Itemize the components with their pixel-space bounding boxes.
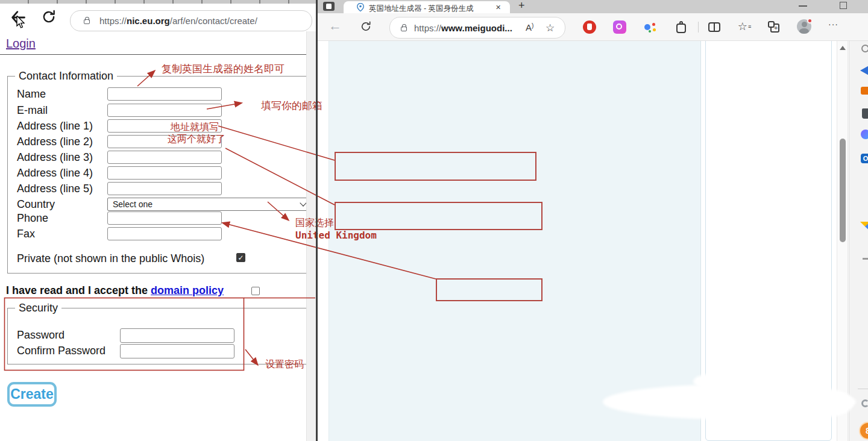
annotation-country-hint: 国家选择 <box>295 217 334 230</box>
field-label-address4: Address (line 4) <box>17 167 93 180</box>
left-toolbar: https://nic.eu.org/arf/en/contact/create… <box>0 4 316 31</box>
url-host: www.meiguodi... <box>441 23 512 33</box>
profile-panel <box>329 41 701 441</box>
notification-dot <box>807 18 813 23</box>
annotation-address-hint: 这两个就好了 <box>168 133 225 146</box>
confirm-password-input[interactable] <box>120 344 234 358</box>
divider-rule <box>0 54 316 55</box>
domain-policy-link[interactable]: domain policy <box>151 284 224 296</box>
shopping-icon[interactable] <box>861 87 868 95</box>
password-input[interactable] <box>120 328 234 343</box>
split-screen-icon[interactable] <box>706 19 722 35</box>
drop-icon[interactable] <box>860 65 868 76</box>
page-scrollbar-track[interactable] <box>837 41 848 441</box>
search-icon[interactable] <box>861 45 868 52</box>
address5-input[interactable] <box>107 182 222 195</box>
maximize-icon[interactable] <box>840 2 847 9</box>
policy-line: I have read and I accept the domain poli… <box>6 284 224 297</box>
tab-title: 英国地址生成器 - 英国身份生成 <box>369 4 489 14</box>
erased-watermark <box>693 374 737 389</box>
field-label-address1: Address (line 1) <box>17 120 93 133</box>
designer-icon[interactable] <box>861 130 868 139</box>
highlight-box-street <box>335 152 536 181</box>
url-host: nic.eu.org <box>127 16 170 26</box>
field-label-fax: Fax <box>17 228 35 240</box>
address3-input[interactable] <box>107 151 222 164</box>
annotation-country-value: United Kingdom <box>295 230 377 241</box>
url-scheme: https:// <box>99 16 127 26</box>
settings-menu-icon[interactable]: ··· <box>828 19 838 29</box>
drop-invite-icon[interactable] <box>860 222 868 231</box>
phone-input[interactable] <box>107 211 222 225</box>
confirm-password-label: Confirm Password <box>17 345 105 357</box>
right-titlebar: 英国地址生成器 - 英国身份生成 ✕ + <box>318 0 868 13</box>
field-label-address2: Address (line 2) <box>17 136 93 148</box>
chevron-down-icon <box>300 199 306 206</box>
address-bar[interactable]: https://nic.eu.org/arf/en/contact/create… <box>70 10 312 31</box>
profile-avatar[interactable] <box>796 19 812 34</box>
browser-tab[interactable]: 英国地址生成器 - 英国身份生成 ✕ <box>344 1 510 13</box>
history-icon[interactable] <box>861 399 868 407</box>
field-label-address5: Address (line 5) <box>17 183 93 195</box>
annotation-address-hint: 地址就填写 <box>171 121 219 134</box>
tab-close-icon[interactable]: ✕ <box>495 4 501 11</box>
name-input[interactable] <box>107 87 222 101</box>
highlight-box-city <box>335 202 542 230</box>
address4-input[interactable] <box>107 166 222 180</box>
policy-text: I have read and I accept the <box>6 284 151 296</box>
lock-icon <box>401 27 407 31</box>
url-path: /arf/en/contact/create/ <box>170 16 257 26</box>
scrollbar-thumb[interactable] <box>840 139 846 242</box>
annotation-copy-name: 复制英国生成器的姓名即可 <box>162 62 285 76</box>
extensions-puzzle-icon[interactable] <box>673 19 689 35</box>
tab-actions-icon[interactable] <box>323 2 335 11</box>
fax-input[interactable] <box>107 227 222 240</box>
collections-icon[interactable]: + <box>766 19 782 35</box>
rewards-badge[interactable]: 8 <box>859 422 868 440</box>
toolbar-divider <box>698 22 699 33</box>
chatgpt-extension-icon[interactable] <box>612 19 627 35</box>
favorite-star-icon[interactable]: ☆ <box>546 22 555 34</box>
policy-checkbox[interactable] <box>251 287 260 295</box>
highlight-box-phone <box>436 278 542 301</box>
field-label-name: Name <box>17 88 46 101</box>
security-legend: Security <box>15 302 61 314</box>
screen: https://nic.eu.org/arf/en/contact/create… <box>0 0 868 441</box>
address-bar[interactable]: https://www.meiguodi... A) ☆ <box>389 17 565 39</box>
create-button[interactable]: Create <box>7 382 57 407</box>
back-icon-disabled: ← <box>329 18 342 34</box>
favorites-bar-icon[interactable]: ☆≡ <box>737 19 752 34</box>
new-tab-icon[interactable]: + <box>518 0 525 12</box>
annotation-set-password: 设置密码 <box>265 358 304 371</box>
email-input[interactable] <box>107 104 222 117</box>
url-text[interactable]: https://www.meiguodi... <box>414 23 512 33</box>
password-label: Password <box>17 329 64 342</box>
edge-sidebar-strip: O 8 <box>849 13 868 441</box>
outlook-icon[interactable]: O <box>861 154 868 163</box>
country-select[interactable]: Select one <box>107 198 311 211</box>
scroll-up-icon[interactable] <box>840 46 846 50</box>
refresh-icon[interactable] <box>41 9 57 25</box>
field-label-email: E-mail <box>17 104 48 117</box>
annotation-fill-email: 填写你的邮箱 <box>261 99 322 113</box>
tools-icon[interactable] <box>862 108 868 119</box>
right-toolbar: ← https://www.meiguodi... A) ☆ <box>318 13 868 41</box>
strip-divider <box>858 389 868 389</box>
read-aloud-icon[interactable]: A) <box>526 22 533 33</box>
field-label-address3: Address (line 3) <box>17 151 93 164</box>
collapsed-icon[interactable] <box>863 258 868 260</box>
private-checkbox[interactable]: ✓ <box>236 253 245 262</box>
login-link[interactable]: Login <box>6 37 36 51</box>
map-pin-icon <box>357 3 364 11</box>
minimize-icon[interactable] <box>799 5 807 7</box>
contact-legend: Contact Information <box>15 70 117 83</box>
erased-watermark <box>802 389 854 417</box>
lock-icon <box>84 19 90 24</box>
mouse-cursor <box>16 16 27 29</box>
adblock-icon[interactable] <box>582 19 597 35</box>
field-label-phone: Phone <box>17 212 48 225</box>
assistant-extension-icon[interactable] <box>642 19 658 35</box>
refresh-icon[interactable] <box>360 20 372 33</box>
url-text[interactable]: https://nic.eu.org/arf/en/contact/create… <box>99 16 257 26</box>
window-divider <box>316 0 318 441</box>
